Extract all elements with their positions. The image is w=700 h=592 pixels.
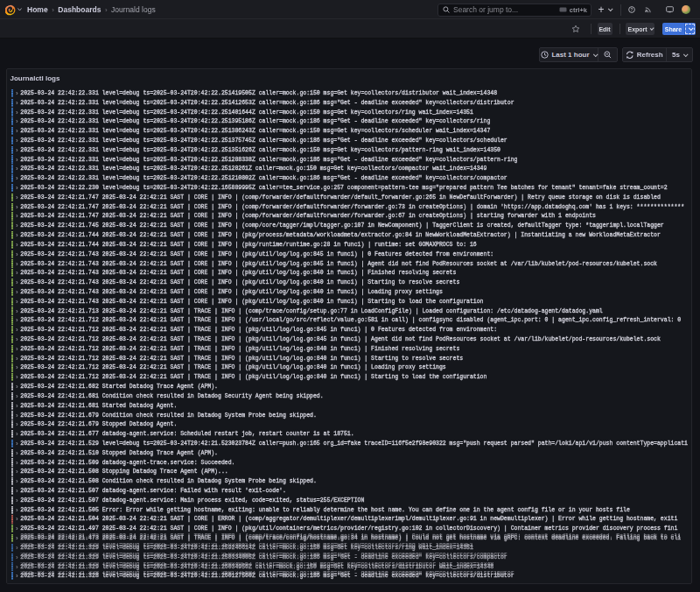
svg-text:?: ? <box>630 8 633 12</box>
